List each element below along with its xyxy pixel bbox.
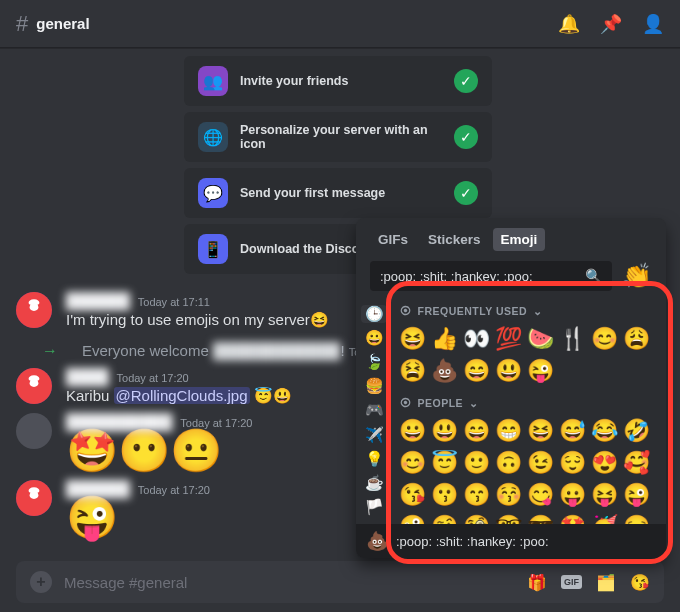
emoji-option[interactable]: 😃 (492, 355, 524, 387)
picker-tab-emoji[interactable]: Emoji (493, 228, 546, 251)
onboarding-icon: 👥 (198, 66, 228, 96)
picker-category[interactable]: 🎮 (361, 401, 387, 419)
timestamp: Today at 17:20 (117, 372, 189, 384)
avatar[interactable] (16, 413, 52, 449)
emoji-option[interactable]: 😝 (588, 479, 620, 511)
picker-category[interactable]: 🏳️ (361, 498, 387, 516)
emoji-option[interactable]: 😚 (492, 479, 524, 511)
emoji-option[interactable]: 🙃 (492, 447, 524, 479)
picker-grid: ⦿ Frequently Used ⌄😆👍👀💯🍉🍴😊😩😫💩😄😃😜⦿ People… (392, 297, 666, 524)
emoji-option[interactable]: 😉 (524, 447, 556, 479)
emoji-option[interactable]: 😏 (620, 511, 652, 524)
picker-category[interactable]: ☕ (361, 474, 387, 492)
picker-footer-emoji: 💩 (366, 530, 388, 552)
picker-category[interactable]: 💡 (361, 450, 387, 468)
gift-icon[interactable]: 🎁 (527, 573, 547, 592)
emoji-option[interactable]: 😂 (588, 415, 620, 447)
emoji-option[interactable]: 💩 (428, 355, 460, 387)
emoji-option[interactable]: 😛 (556, 479, 588, 511)
username[interactable]: ████ (66, 368, 109, 385)
username[interactable]: ██████████ (66, 413, 172, 430)
emoji-option[interactable]: 🥳 (588, 511, 620, 524)
emoji-option[interactable]: 😍 (588, 447, 620, 479)
emoji-grid: 😆👍👀💯🍉🍴😊😩😫💩😄😃😜 (394, 321, 664, 393)
emoji-option[interactable]: 😙 (460, 479, 492, 511)
channel-header: # general 🔔 📌 👤 (0, 0, 680, 48)
emoji-option[interactable]: 😗 (428, 479, 460, 511)
emoji-option[interactable]: 😄 (460, 355, 492, 387)
emoji-option[interactable]: 😩 (620, 323, 652, 355)
onboarding-card[interactable]: 👥 Invite your friends ✓ (184, 56, 492, 106)
picker-search-row: 🔍 👏 (356, 255, 666, 297)
emoji-icon[interactable]: 😘 (630, 573, 650, 592)
emoji-option[interactable]: 🤓 (492, 511, 524, 524)
emoji-option[interactable]: 😎 (524, 511, 556, 524)
picker-category[interactable]: 🕒 (361, 305, 387, 323)
picker-tabs: GIFsStickersEmoji (356, 218, 666, 255)
onboarding-card[interactable]: 🌐 Personalize your server with an icon ✓ (184, 112, 492, 162)
check-icon: ✓ (454, 69, 478, 93)
emoji-option[interactable]: 🤨 (428, 511, 460, 524)
picker-footer-codes: :poop: :shit: :hankey: :poo: (396, 534, 549, 549)
emoji-option[interactable]: 😊 (588, 323, 620, 355)
emoji-option[interactable]: 😁 (492, 415, 524, 447)
emoji-option[interactable]: 😄 (460, 415, 492, 447)
emoji-option[interactable]: 😋 (524, 479, 556, 511)
picker-search-input[interactable] (380, 269, 585, 284)
picker-category[interactable]: 🍃 (361, 353, 387, 371)
onboarding-card[interactable]: 💬 Send your first message ✓ (184, 168, 492, 218)
picker-search-box[interactable]: 🔍 (370, 261, 612, 291)
channel-name: general (36, 15, 89, 32)
picker-category[interactable]: 🍔 (361, 377, 387, 395)
emoji-option[interactable]: 😀 (396, 415, 428, 447)
emoji-option[interactable]: 🤪 (396, 511, 428, 524)
picker-footer: 💩 :poop: :shit: :hankey: :poo: (356, 524, 666, 558)
emoji-option[interactable]: 🤣 (620, 415, 652, 447)
message-input-area: + 🎁 GIF 🗂️ 😘 (0, 560, 680, 612)
members-icon[interactable]: 👤 (642, 13, 664, 35)
message-input[interactable] (64, 574, 515, 591)
emoji-option[interactable]: 😜 (620, 479, 652, 511)
avatar[interactable] (16, 480, 52, 516)
emoji-option[interactable]: 👍 (428, 323, 460, 355)
picker-section-header[interactable]: ⦿ People ⌄ (394, 393, 664, 413)
picker-section-header[interactable]: ⦿ Frequently Used ⌄ (394, 301, 664, 321)
picker-tab-gifs[interactable]: GIFs (370, 228, 416, 251)
emoji-option[interactable]: 😫 (396, 355, 428, 387)
check-icon: ✓ (454, 181, 478, 205)
sticker-icon[interactable]: 🗂️ (596, 573, 616, 592)
gif-icon[interactable]: GIF (561, 575, 582, 589)
emoji-option[interactable]: 😆 (396, 323, 428, 355)
emoji-option[interactable]: 🤩 (556, 511, 588, 524)
message-input-bar[interactable]: + 🎁 GIF 🗂️ 😘 (16, 561, 664, 603)
pin-icon[interactable]: 📌 (600, 13, 622, 35)
emoji-option[interactable]: 😇 (428, 447, 460, 479)
emoji-option[interactable]: 😜 (524, 355, 556, 387)
emoji-option[interactable]: 😃 (428, 415, 460, 447)
emoji-option[interactable]: 🍉 (524, 323, 556, 355)
mention[interactable]: @RollingClouds.jpg (114, 387, 250, 404)
avatar[interactable] (16, 368, 52, 404)
emoji-option[interactable]: 👀 (460, 323, 492, 355)
emoji-option[interactable]: 😅 (556, 415, 588, 447)
search-icon: 🔍 (585, 268, 602, 284)
emoji-option[interactable]: 😌 (556, 447, 588, 479)
bell-icon[interactable]: 🔔 (558, 13, 580, 35)
emoji-option[interactable]: 🥰 (620, 447, 652, 479)
picker-tab-stickers[interactable]: Stickers (420, 228, 489, 251)
emoji-option[interactable]: 😆 (524, 415, 556, 447)
avatar[interactable] (16, 292, 52, 328)
emoji-option[interactable]: 😊 (396, 447, 428, 479)
picker-category[interactable]: ✈️ (361, 426, 387, 444)
emoji-option[interactable]: 😘 (396, 479, 428, 511)
arrow-right-icon: → (32, 342, 68, 360)
emoji-option[interactable]: 💯 (492, 323, 524, 355)
emoji-option[interactable]: 🍴 (556, 323, 588, 355)
username[interactable]: ██████ (66, 292, 130, 309)
emoji-option[interactable]: 🙂 (460, 447, 492, 479)
emoji-option[interactable]: 🧐 (460, 511, 492, 524)
attach-icon[interactable]: + (30, 571, 52, 593)
picker-category[interactable]: 😀 (361, 329, 387, 347)
username[interactable]: ██████ (66, 480, 130, 497)
onboarding-label: Invite your friends (240, 74, 442, 88)
